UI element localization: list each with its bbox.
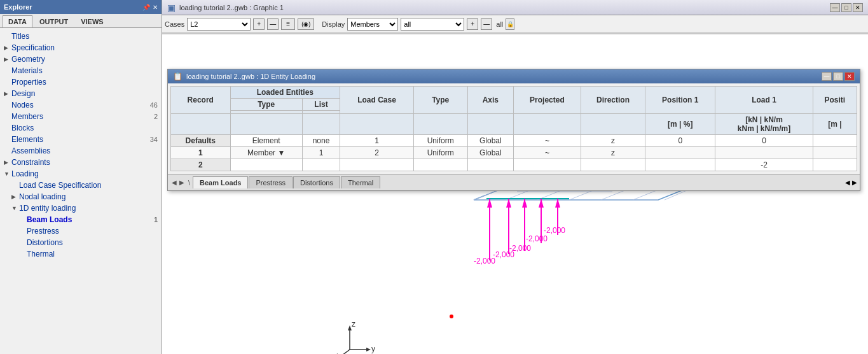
viewport[interactable]: -2,000 -2,000 -2,000 -2,000 -2,000 [162,34,868,354]
label-blocks: Blocks [11,124,158,132]
cell-axis-defaults: Global [467,135,514,147]
cell-list-1[interactable]: 1 [302,147,340,159]
arrow-prestress [19,228,27,234]
cell-projected-defaults: ~ [514,135,581,147]
minimize-button[interactable]: — [830,3,840,12]
arrow-members [4,113,11,120]
label-properties: Properties [11,78,158,87]
explorer-title-icons: 📌 ✕ [142,4,158,11]
cell-positi-1 [813,147,857,159]
display-add-button[interactable]: + [467,18,478,30]
tree-item-beam-loads[interactable]: Beam Loads 1 [0,214,162,225]
tab-prestress[interactable]: Prestress [249,176,292,188]
dialog-min-button[interactable]: — [822,72,832,81]
cell-load1-1 [715,147,813,159]
tab-nav-right[interactable]: ▶ [178,179,186,186]
cell-direction-defaults: z [581,135,645,147]
col-direction: Direction [581,87,645,114]
col-type: Type [413,87,467,114]
pin-icon[interactable]: 📌 [142,4,150,11]
tree-item-design[interactable]: ▶ Design [0,88,162,99]
graphic-window-buttons: — □ ✕ [830,3,863,12]
tree-item-blocks[interactable]: Blocks [0,122,162,134]
cell-pos1-defaults: 0 [645,135,715,147]
tree-item-nodal-loading[interactable]: ▶ Nodal loading [0,191,162,202]
label-elements: Elements [11,135,148,144]
tree-item-1d-entity-loading[interactable]: ▼ 1D entity loading [0,202,162,214]
arrow-assemblies [4,148,11,154]
tab-thermal[interactable]: Thermal [341,176,380,188]
label-members: Members [11,112,151,121]
dialog-close-button[interactable]: ✕ [844,72,855,81]
col-group-loaded-entities: Loaded Entities [230,87,340,99]
tab-bar: ◀ ▶ \ Beam Loads Prestress Distortions T… [168,174,860,190]
tree-item-properties[interactable]: Properties [0,76,162,88]
arrow-load-case-spec [11,182,19,188]
cell-list-defaults: none [302,135,340,147]
entity-table: Record Loaded Entities Load Case Type Ax… [170,86,857,171]
all-select[interactable]: all [401,18,464,31]
cell-pos1-1 [645,147,715,159]
display-remove-button[interactable]: — [481,18,492,30]
tree-item-distortions[interactable]: Distortions [0,237,162,248]
dialog-content: Record Loaded Entities Load Case Type Ax… [168,83,860,174]
label-beam-loads: Beam Loads [27,215,151,224]
col-unit-dir [581,114,645,135]
tree-item-members[interactable]: Members 2 [0,111,162,122]
arrow-properties [4,79,11,85]
cell-positi-2 [813,159,857,171]
arrow-constraints: ▶ [4,159,11,166]
tab-distortions[interactable]: Distortions [293,176,340,188]
tree-item-assemblies[interactable]: Assemblies [0,145,162,157]
cases-label: Cases [165,20,184,28]
tree-item-nodes[interactable]: Nodes 46 [0,99,162,111]
table-row[interactable]: 1 Member ▼ 1 2 Uniform Global ~ z [171,147,857,159]
display-select[interactable]: Members [347,18,398,31]
cell-load1-2: -2 [715,159,813,171]
tree-item-geometry[interactable]: ▶ Geometry [0,53,162,65]
tree-item-load-case-spec[interactable]: Load Case Specification [0,180,162,191]
cases-remove-button[interactable]: — [267,18,279,30]
tree-item-prestress[interactable]: Prestress [0,225,162,237]
cases-select[interactable]: L2 [187,18,251,31]
arrow-blocks [4,125,11,131]
dialog-title: loading tutorial 2..gwb : 1D Entity Load… [186,73,315,80]
tab-output[interactable]: OUTPUT [34,15,74,27]
tree-item-specification[interactable]: ▶ Specification [0,42,162,53]
tab-scroll-right[interactable]: ◀ ▶ [845,179,857,186]
tree-item-thermal[interactable]: Thermal [0,248,162,260]
table-row[interactable]: Defaults Element none 1 Uniform Global ~… [171,135,857,147]
maximize-button[interactable]: □ [841,3,851,12]
label-thermal: Thermal [27,250,158,258]
tab-beam-loads[interactable]: Beam Loads [193,176,248,188]
table-row[interactable]: 2 -2 [171,159,857,171]
label-materials: Materials [11,66,158,75]
col-unit-type [230,114,302,135]
cases-wave-button[interactable]: (◉) [298,18,314,30]
tree-item-loading[interactable]: ▼ Loading [0,168,162,180]
arrow-titles [4,33,11,39]
label-nodal-loading: Nodal loading [19,192,158,201]
cell-record-defaults: Defaults [171,135,231,147]
cell-rowtype-2 [413,159,467,171]
cases-link-button[interactable]: ≡ [281,18,295,30]
label-prestress: Prestress [27,227,158,236]
cell-lc-1: 2 [340,147,414,159]
tab-views[interactable]: VIEWS [75,15,109,27]
cases-add-button[interactable]: + [253,18,265,30]
cell-type-1[interactable]: Member ▼ [230,147,302,159]
cell-rowtype-defaults: Uniform [413,135,467,147]
dialog-max-button[interactable]: □ [833,72,843,81]
settings-button[interactable]: 🔒 [506,18,514,30]
tree-item-elements[interactable]: Elements 34 [0,134,162,145]
arrow-1d-entity: ▼ [11,205,19,211]
close-button[interactable]: ✕ [853,3,863,12]
tab-nav-left[interactable]: ◀ [170,179,178,186]
tab-data[interactable]: DATA [3,15,32,27]
tree-item-materials[interactable]: Materials [0,65,162,76]
close-icon[interactable]: ✕ [153,4,158,11]
label-loading: Loading [11,169,158,178]
col-unit-lc [340,114,414,135]
tree-item-constraints[interactable]: ▶ Constraints [0,157,162,168]
tree-item-titles[interactable]: Titles [0,31,162,42]
